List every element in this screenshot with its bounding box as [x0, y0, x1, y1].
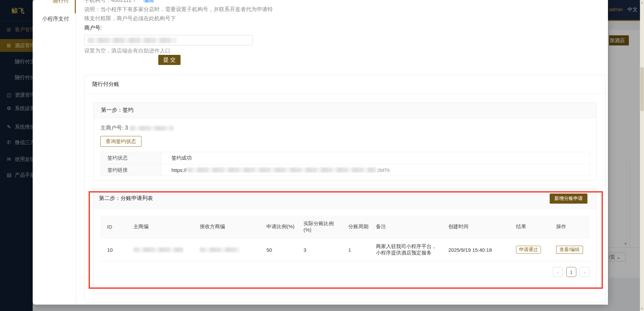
table-row: 10 50 3 1 商家入驻: [100, 238, 590, 262]
screen: 鲸飞 ⊞ 客户管理 ⊞ 酒店管理 随行付支付 随行付分账 ◫ 资源管理 ⚙ 系统…: [0, 0, 644, 311]
col-id: ID: [100, 215, 127, 238]
col-receiver-merchant: 接收方商编: [193, 215, 260, 238]
scrollbar-thumb[interactable]: [640, 67, 644, 111]
browser-scrollbar[interactable]: ▲ ▼: [640, 0, 644, 311]
redacted-receiver-merchant: [200, 247, 239, 252]
sign-status-label: 签约状态: [101, 152, 161, 164]
tabs-divider: [76, 0, 76, 305]
add-split-apply-button[interactable]: 新增分账申请: [550, 194, 587, 204]
cell-main-merchant: [127, 238, 193, 261]
sub-org-row-clipped: 子机构号：4002112？ 编辑: [84, 0, 320, 3]
sign-status-value: 签约成功: [161, 152, 590, 164]
sign-link-label: 签约链接: [101, 164, 161, 176]
col-main-merchant: 主商编: [127, 215, 193, 238]
sign-status-table: 签约状态 签约成功 签约链接 https:// 2MTk: [100, 152, 590, 176]
cell-cycle: 1: [342, 238, 369, 261]
merchant-no-input[interactable]: [84, 35, 253, 45]
pagination-prev-button[interactable]: ‹: [553, 267, 563, 277]
col-apply-ratio: 申请比例(%): [260, 215, 297, 238]
main-merchant-no: 主商户号: 3: [100, 125, 589, 132]
pagination: ‹ 1 ›: [100, 267, 590, 277]
cell-remark: 商家入驻我司小程序平台， 小程序提供酒店预定服务: [369, 238, 442, 261]
tab-suixingfu[interactable]: 随行付: [33, 0, 69, 4]
col-cycle: 分账周期: [342, 215, 369, 238]
redacted-sign-url: [187, 168, 376, 172]
table-row: 签约链接 https:// 2MTk: [101, 164, 590, 176]
col-created: 创建时间: [442, 215, 509, 238]
step2-title: 第二步：分账申请列表: [99, 195, 153, 202]
step2-header: 第二步：分账申请列表 新增分账申请: [94, 188, 596, 209]
redacted-merchant-no: [88, 38, 176, 43]
table-header-row: ID 主商编 接收方商编 申请比例(%) 实际分账比例(%) 分账周期 备注 创…: [100, 215, 590, 238]
active-tab-indicator: [75, 0, 76, 13]
sign-link-value: https:// 2MTk: [161, 164, 590, 176]
edit-link[interactable]: 编辑: [143, 0, 154, 3]
suixingfu-settings-modal: 随行付 小程序支付 子机构号：4002112？ 编辑 说明：当小程序下有多家分店…: [33, 0, 608, 305]
split-apply-table: ID 主商编 接收方商编 申请比例(%) 实际分账比例(%) 分账周期 备注 创…: [100, 215, 590, 262]
col-result: 结果: [509, 215, 549, 238]
cell-created: 2025/9/19 15:40:18: [442, 238, 509, 261]
view-edit-button[interactable]: 查看/编辑: [556, 246, 583, 254]
cell-id: 10: [100, 238, 127, 261]
step1-sign-card: 第一步：签约 主商户号: 3 查询签约状态 签约状态 签约成功 签约链接: [93, 102, 597, 181]
scrollbar-up-icon[interactable]: ▲: [640, 0, 644, 4]
merchant-no-label: 商户号:: [84, 25, 102, 32]
cell-actual-ratio: 3: [297, 238, 342, 261]
table-row: 签约状态 签约成功: [101, 152, 590, 164]
cell-action: 查看/编辑: [549, 238, 590, 261]
tab-miniprogram-pay[interactable]: 小程序支付: [33, 15, 69, 23]
col-actual-ratio: 实际分账比例(%): [297, 215, 342, 238]
step2-split-apply-card: 第二步：分账申请列表 新增分账申请 ID 主商编 接收方商编 申请比例(%) 实…: [93, 188, 597, 294]
query-sign-status-button[interactable]: 查询签约状态: [100, 136, 141, 147]
submit-button[interactable]: 提 交: [158, 55, 181, 65]
cell-receiver-merchant: [193, 238, 260, 261]
redacted-main-merchant: [133, 247, 183, 252]
col-remark: 备注: [369, 215, 442, 238]
split-payment-card: 随行付分账 第一步：签约 主商户号: 3 查询签约状态 签约状态 签约成功: [84, 75, 606, 302]
cell-result: 申请通过: [509, 238, 549, 261]
pagination-page-1[interactable]: 1: [566, 267, 576, 277]
card-title: 随行付分账: [85, 75, 606, 94]
status-badge-approved: 申请通过: [516, 246, 541, 254]
pagination-next-button[interactable]: ›: [580, 267, 590, 277]
cell-apply-ratio: 50: [260, 238, 297, 261]
step1-title: 第一步：签约: [94, 103, 596, 118]
description-text: 说明：当小程序下有多家分店时，需要设置子机构号，并联系开发者代为申请特 殊支付权…: [84, 5, 293, 23]
col-action: 操作: [549, 215, 590, 238]
merchant-no-help: 设置为空，酒店端会有自助进件入口: [84, 47, 170, 55]
scrollbar-down-icon[interactable]: ▼: [640, 307, 644, 311]
redacted-main-merchant-no: [129, 126, 173, 131]
